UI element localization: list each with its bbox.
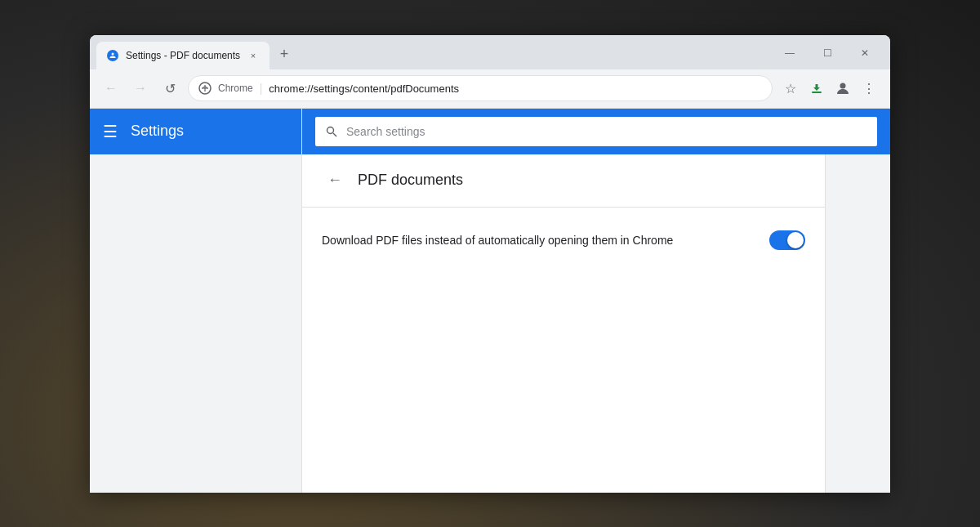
url-text: chrome://settings/content/pdfDocuments bbox=[269, 83, 762, 95]
refresh-button[interactable]: ↺ bbox=[158, 77, 181, 100]
back-arrow-icon: ← bbox=[327, 172, 342, 189]
close-button[interactable]: ✕ bbox=[846, 42, 884, 65]
active-tab[interactable]: Settings - PDF documents × bbox=[96, 42, 270, 69]
pdf-download-toggle[interactable] bbox=[769, 230, 805, 250]
svg-rect-4 bbox=[812, 92, 822, 93]
tab-close-button[interactable]: × bbox=[247, 49, 260, 62]
tab-favicon bbox=[106, 49, 119, 62]
url-bar[interactable]: Chrome | chrome://settings/content/pdfDo… bbox=[188, 75, 773, 101]
svg-point-6 bbox=[327, 127, 334, 133]
maximize-button[interactable]: ☐ bbox=[808, 42, 846, 65]
page-header: ← PDF documents bbox=[302, 154, 825, 208]
minimize-button[interactable]: — bbox=[771, 42, 808, 65]
sidebar: ☰ Settings bbox=[90, 109, 302, 493]
settings-layout: ☰ Settings Search settings bbox=[90, 109, 890, 493]
url-source: Chrome bbox=[218, 83, 253, 94]
svg-point-5 bbox=[840, 83, 846, 89]
window-controls: — ☐ ✕ bbox=[771, 42, 890, 69]
browser-window: Settings - PDF documents × + — ☐ ✕ ← → ↺ bbox=[90, 35, 890, 493]
chrome-menu-button[interactable]: ⋮ bbox=[858, 77, 880, 100]
title-bar: Settings - PDF documents × + — ☐ ✕ bbox=[90, 35, 890, 69]
secure-icon bbox=[198, 82, 212, 95]
search-bar-area: Search settings bbox=[302, 109, 890, 154]
forward-icon: → bbox=[134, 81, 147, 96]
toolbar-right: ☆ ⋮ bbox=[779, 77, 880, 100]
back-icon: ← bbox=[105, 81, 118, 96]
search-input-wrap[interactable]: Search settings bbox=[315, 117, 877, 146]
setting-row: Download PDF files instead of automatica… bbox=[302, 208, 825, 273]
svg-point-0 bbox=[107, 50, 118, 61]
star-icon: ☆ bbox=[785, 81, 796, 96]
refresh-icon: ↺ bbox=[165, 81, 176, 96]
svg-line-7 bbox=[333, 133, 336, 136]
account-button[interactable] bbox=[831, 77, 854, 100]
setting-label: Download PDF files instead of automatica… bbox=[322, 234, 769, 247]
tab-title: Settings - PDF documents bbox=[126, 50, 240, 61]
hamburger-icon[interactable]: ☰ bbox=[103, 122, 118, 141]
toggle-track bbox=[769, 230, 805, 250]
page-title: PDF documents bbox=[358, 172, 463, 189]
right-panel bbox=[825, 154, 890, 493]
bookmark-button[interactable]: ☆ bbox=[779, 77, 802, 100]
back-page-button[interactable]: ← bbox=[322, 167, 348, 194]
search-icon bbox=[325, 125, 338, 138]
sidebar-title: Settings bbox=[131, 123, 184, 140]
address-bar: ← → ↺ Chrome | chrome://settings/content… bbox=[90, 69, 890, 109]
main-content: ← PDF documents Download PDF files inste… bbox=[302, 154, 890, 493]
back-button[interactable]: ← bbox=[100, 77, 122, 100]
main-area: Search settings ← PDF documents bbox=[302, 109, 890, 493]
forward-button[interactable]: → bbox=[129, 77, 152, 100]
toggle-thumb bbox=[787, 232, 804, 248]
more-icon: ⋮ bbox=[862, 81, 875, 96]
search-input[interactable]: Search settings bbox=[346, 125, 867, 138]
new-tab-button[interactable]: + bbox=[273, 43, 296, 66]
download-button[interactable] bbox=[805, 77, 828, 100]
settings-top-bar: ☰ Settings bbox=[90, 109, 301, 154]
content-area: ← PDF documents Download PDF files inste… bbox=[302, 154, 825, 493]
